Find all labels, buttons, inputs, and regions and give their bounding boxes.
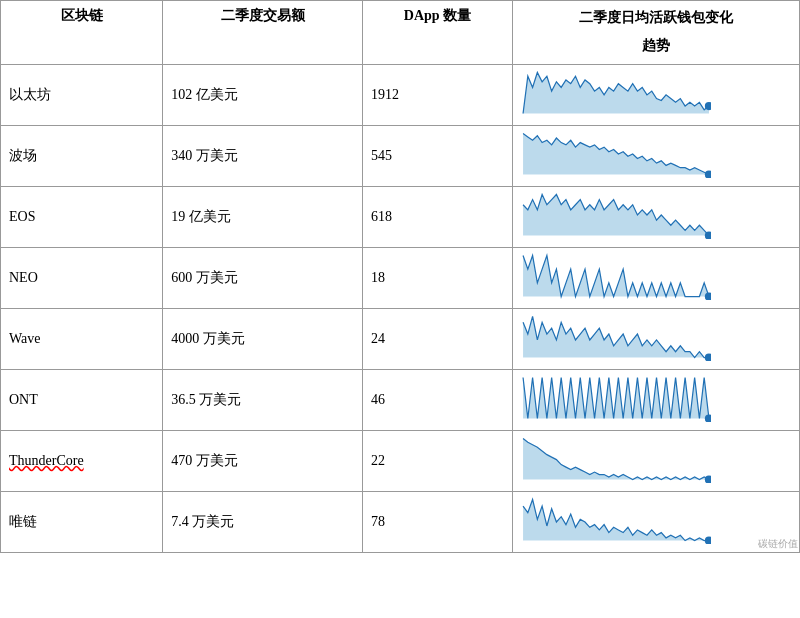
chain-name: NEO xyxy=(9,270,38,285)
table-row: ThunderCore470 万美元22 xyxy=(1,430,800,491)
chain-name-cell: ONT xyxy=(1,369,163,430)
chart-cell xyxy=(512,491,799,552)
table-row: NEO600 万美元18 xyxy=(1,247,800,308)
volume-cell: 340 万美元 xyxy=(163,125,363,186)
dapps-cell: 78 xyxy=(363,491,513,552)
sparkline-chart xyxy=(521,496,711,544)
volume-cell: 4000 万美元 xyxy=(163,308,363,369)
chain-name: EOS xyxy=(9,209,35,224)
svg-point-1 xyxy=(705,170,711,178)
chain-name-cell: EOS xyxy=(1,186,163,247)
chain-name-cell: 波场 xyxy=(1,125,163,186)
chain-name: Wave xyxy=(9,331,41,346)
chain-name: ONT xyxy=(9,392,38,407)
dapps-cell: 545 xyxy=(363,125,513,186)
chain-name-cell: Wave xyxy=(1,308,163,369)
chain-name: 以太坊 xyxy=(9,87,51,102)
sparkline-chart xyxy=(521,191,711,239)
chain-name: 波场 xyxy=(9,148,37,163)
dapps-cell: 46 xyxy=(363,369,513,430)
dapps-cell: 1912 xyxy=(363,64,513,125)
volume-cell: 36.5 万美元 xyxy=(163,369,363,430)
chain-name: 唯链 xyxy=(9,514,37,529)
dapps-cell: 18 xyxy=(363,247,513,308)
table-row: ONT36.5 万美元46 xyxy=(1,369,800,430)
volume-cell: 102 亿美元 xyxy=(163,64,363,125)
table-row: 唯链7.4 万美元78 xyxy=(1,491,800,552)
table-row: 波场340 万美元545 xyxy=(1,125,800,186)
sparkline-chart xyxy=(521,69,711,117)
table-row: EOS19 亿美元618 xyxy=(1,186,800,247)
volume-cell: 7.4 万美元 xyxy=(163,491,363,552)
dapps-cell: 22 xyxy=(363,430,513,491)
svg-point-7 xyxy=(705,536,711,544)
sparkline-chart xyxy=(521,313,711,361)
main-table: 区块链 二季度交易额 DApp 数量 二季度日均活跃钱包变化 趋势 以太坊102… xyxy=(0,0,800,553)
table-row: Wave4000 万美元24 xyxy=(1,308,800,369)
volume-cell: 19 亿美元 xyxy=(163,186,363,247)
dapps-cell: 24 xyxy=(363,308,513,369)
svg-point-6 xyxy=(705,475,711,483)
sparkline-chart xyxy=(521,252,711,300)
sparkline-chart xyxy=(521,130,711,178)
sparkline-chart xyxy=(521,374,711,422)
chart-cell xyxy=(512,369,799,430)
table-row: 以太坊102 亿美元1912 xyxy=(1,64,800,125)
svg-point-4 xyxy=(705,353,711,361)
header-chain: 区块链 xyxy=(1,1,163,65)
header-volume: 二季度交易额 xyxy=(163,1,363,65)
chain-name-cell: 唯链 xyxy=(1,491,163,552)
chart-cell xyxy=(512,125,799,186)
volume-cell: 470 万美元 xyxy=(163,430,363,491)
chain-name: ThunderCore xyxy=(9,453,84,468)
volume-cell: 600 万美元 xyxy=(163,247,363,308)
sparkline-chart xyxy=(521,435,711,483)
chain-name-cell: NEO xyxy=(1,247,163,308)
chain-name-cell: 以太坊 xyxy=(1,64,163,125)
chart-cell xyxy=(512,247,799,308)
chart-cell xyxy=(512,308,799,369)
chart-cell xyxy=(512,430,799,491)
header-dapps: DApp 数量 xyxy=(363,1,513,65)
chart-cell xyxy=(512,64,799,125)
header-trend: 二季度日均活跃钱包变化 趋势 xyxy=(512,1,799,65)
dapps-cell: 618 xyxy=(363,186,513,247)
chain-name-cell: ThunderCore xyxy=(1,430,163,491)
chart-cell xyxy=(512,186,799,247)
